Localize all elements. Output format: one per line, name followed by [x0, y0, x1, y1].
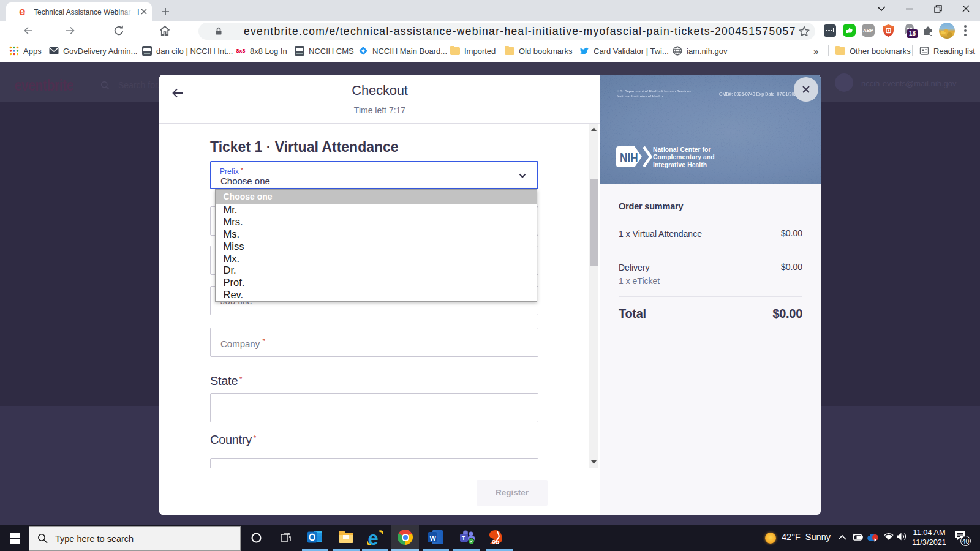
svg-text:W: W: [430, 534, 437, 542]
svg-text:T: T: [462, 534, 466, 541]
